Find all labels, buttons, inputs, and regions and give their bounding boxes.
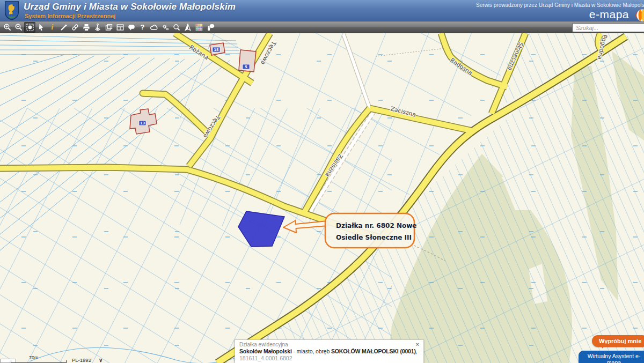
virtual-assistant-panel[interactable]: Wirtualny Asystent e-mapa (v.0.3.6) (579, 351, 644, 363)
crs-label: PL-1992 (72, 357, 91, 363)
close-icon[interactable]: × (416, 342, 419, 347)
zoom-in-icon[interactable] (2, 22, 13, 33)
e-mapa-app: Urząd Gminy i Miasta w Sokołowie Małopol… (0, 0, 644, 363)
map-toolbar: i ? (0, 21, 644, 33)
measure-icon[interactable] (58, 22, 69, 33)
map-viewport[interactable]: Różana Tęczowa Tęczowa Zaciszna Zaciszna… (0, 33, 644, 363)
identify-info-icon[interactable]: i (47, 22, 58, 33)
parcel-description: Sokołów Małopolski - miasto, obręb SOKOŁ… (239, 348, 419, 354)
zoom-out-icon[interactable] (13, 22, 24, 33)
crs-selector[interactable]: PL-1992∨ (72, 357, 103, 363)
page-title: Urząd Gminy i Miasta w Sokołowie Małopol… (24, 2, 236, 12)
header-bar: Urząd Gminy i Miasta w Sokołowie Małopol… (0, 0, 644, 21)
assistant-name: Wirtualny Asystent e-mapa (581, 353, 644, 363)
address-plate: 13 (140, 121, 145, 125)
feature-info-panel: × Działka ewidencyjna Sokołów Małopolski… (235, 339, 424, 363)
e-mapa-logo-icon (635, 9, 644, 21)
select-area-icon[interactable] (24, 22, 35, 33)
assistant-try-button[interactable]: Wypróbuj mnie (592, 335, 644, 347)
comment-icon[interactable] (126, 22, 137, 33)
scale-bar-line (11, 360, 67, 363)
scale-bar: 70m (11, 355, 70, 363)
pointer-icon[interactable] (35, 22, 47, 33)
e-mapa-brand: e-mapa (589, 8, 629, 21)
address-plate: 5 (245, 65, 247, 69)
layout-panels-icon[interactable] (114, 22, 126, 33)
coat-of-arms (4, 1, 19, 20)
search-address-icon[interactable] (171, 22, 182, 33)
print-icon[interactable] (80, 22, 92, 33)
cloud-services-icon[interactable] (148, 22, 159, 33)
settings-icon[interactable] (159, 22, 171, 33)
parcel-town-suffix: - miasto, obręb (292, 348, 331, 354)
scale-label: 70m (29, 355, 70, 360)
copy-view-icon[interactable] (103, 22, 114, 33)
callout-line2: Osiedle Słoneczne III (336, 234, 412, 241)
parcel-number-label: , numer dz. (416, 348, 419, 354)
page-subtitle: System Informacji Przestrzennej (25, 13, 115, 19)
help-icon[interactable]: ? (137, 22, 148, 33)
link-icon[interactable] (69, 22, 80, 33)
legend-icon[interactable] (193, 22, 204, 33)
service-note: Serwis prowadzony przez Urząd Gminy i Mi… (476, 2, 644, 8)
parcel-town: Sokołów Małopolski (239, 348, 292, 354)
parcel-id: 181611_4.0001.6802 (239, 355, 419, 361)
north-arrow-icon[interactable] (182, 22, 193, 33)
feedback-chat-icon[interactable] (204, 22, 216, 33)
search-input[interactable] (572, 23, 644, 32)
parcel-obreb: SOKOŁÓW MAŁOPOLSKI (0001) (331, 348, 416, 354)
info-panel-header: × Działka ewidencyjna (239, 342, 419, 347)
chevron-down-icon: ∨ (99, 357, 103, 363)
address-plate: 15 (214, 48, 219, 52)
download-icon[interactable] (92, 22, 103, 33)
info-panel-title: Działka ewidencyjna (239, 342, 288, 347)
callout-line1: Działka nr. 6802 Nowe (336, 222, 416, 229)
base-map: Różana Tęczowa Tęczowa Zaciszna Zaciszna… (0, 33, 644, 363)
